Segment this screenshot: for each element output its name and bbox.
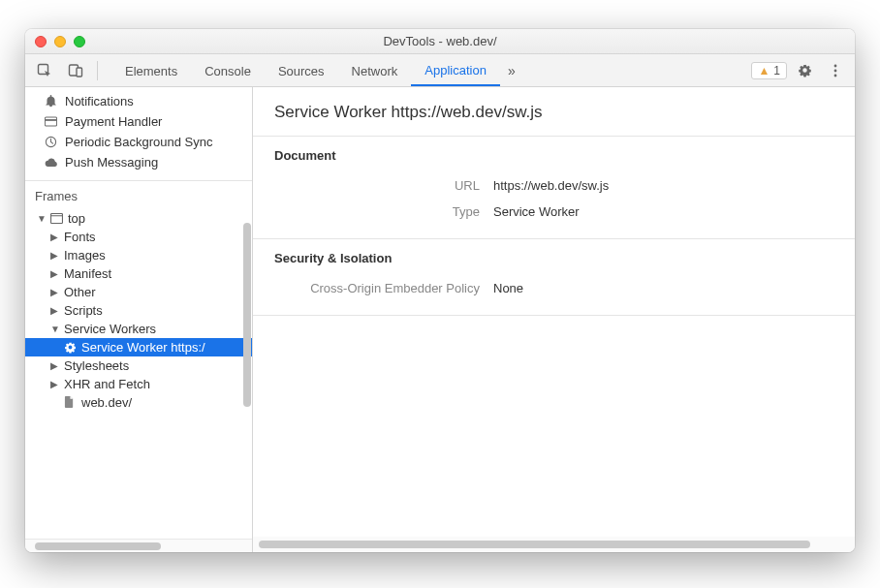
svg-rect-6 (45, 117, 56, 126)
tab-sources[interactable]: Sources (265, 56, 338, 85)
label-type: Type (274, 204, 493, 219)
tab-application[interactable]: Application (411, 55, 500, 86)
svg-rect-9 (51, 213, 63, 223)
svg-point-5 (834, 74, 837, 77)
bell-icon (45, 95, 58, 108)
window-icon (50, 213, 64, 224)
devtools-toolbar: Elements Console Sources Network Applica… (25, 54, 855, 87)
frames-header: Frames (25, 180, 252, 209)
clock-icon (45, 136, 58, 148)
row-type: Type Service Worker (274, 199, 833, 225)
tab-elements[interactable]: Elements (111, 56, 191, 85)
sidebar-scrollbar-thumb[interactable] (243, 223, 251, 407)
divider (97, 61, 98, 80)
row-coep: Cross-Origin Embedder Policy None (274, 275, 833, 301)
cloud-icon (45, 158, 58, 168)
tree-stylesheets[interactable]: ▶Stylesheets (25, 356, 252, 375)
frame-top[interactable]: ▼ top (25, 209, 252, 228)
chevron-right-icon: ▶ (50, 232, 60, 242)
inspect-element-icon[interactable] (31, 58, 58, 83)
application-sidebar: Notifications Payment Handler Periodic B… (25, 87, 253, 552)
svg-rect-7 (45, 119, 56, 121)
label-url: URL (274, 178, 493, 193)
sidebar-item-label: Periodic Background Sync (65, 135, 212, 149)
sidebar-item-label: Notifications (65, 94, 134, 108)
tab-network[interactable]: Network (338, 56, 412, 85)
tree-scripts[interactable]: ▶Scripts (25, 301, 252, 320)
tree-images[interactable]: ▶Images (25, 246, 252, 264)
chevron-right-icon: ▶ (50, 360, 60, 371)
chevron-right-icon: ▶ (50, 379, 60, 389)
kebab-menu-icon[interactable] (822, 58, 849, 83)
sidebar-item-periodic-bg-sync[interactable]: Periodic Background Sync (25, 132, 252, 152)
sidebar-item-notifications[interactable]: Notifications (25, 91, 252, 111)
titlebar: DevTools - web.dev/ (25, 29, 855, 54)
window-title: DevTools - web.dev/ (25, 34, 855, 48)
settings-gear-icon[interactable] (791, 58, 818, 83)
warning-count: 1 (773, 64, 780, 77)
chevron-right-icon: ▶ (50, 268, 60, 279)
panel-body: Notifications Payment Handler Periodic B… (25, 87, 855, 552)
device-mode-icon[interactable] (62, 58, 89, 83)
row-url: URL https://web.dev/sw.js (274, 172, 833, 199)
scrollbar-thumb[interactable] (35, 542, 161, 550)
section-heading: Security & Isolation (274, 251, 833, 265)
chevron-down-icon: ▼ (50, 324, 60, 334)
panel-tabs: Elements Console Sources Network Applica… (111, 55, 523, 86)
sidebar-item-payment-handler[interactable]: Payment Handler (25, 111, 252, 132)
tab-console[interactable]: Console (191, 56, 265, 85)
svg-point-4 (834, 69, 837, 72)
more-tabs-icon[interactable]: » (500, 58, 523, 83)
sidebar-item-push-messaging[interactable]: Push Messaging (25, 152, 252, 172)
document-icon (64, 396, 78, 409)
tree-service-workers[interactable]: ▼Service Workers (25, 320, 252, 338)
svg-point-3 (834, 64, 837, 67)
sidebar-item-label: Push Messaging (65, 155, 158, 170)
sidebar-horizontal-scrollbar[interactable] (25, 539, 252, 552)
tree-service-worker-item[interactable]: Service Worker https:/ (25, 338, 252, 356)
chevron-down-icon: ▼ (37, 213, 47, 224)
tree-other[interactable]: ▶Other (25, 283, 252, 301)
page-title: Service Worker https://web.dev/sw.js (253, 87, 855, 137)
tree-xhr-fetch[interactable]: ▶XHR and Fetch (25, 375, 252, 393)
tree-leaf-webdev[interactable]: web.dev/ (25, 393, 252, 412)
tree-fonts[interactable]: ▶Fonts (25, 228, 252, 246)
sidebar-item-label: Payment Handler (65, 114, 162, 129)
scrollbar-thumb[interactable] (259, 541, 810, 548)
label-coep: Cross-Origin Embedder Policy (274, 281, 493, 295)
warnings-badge[interactable]: ▲ 1 (751, 62, 787, 79)
devtools-window: DevTools - web.dev/ Elements Console Sou… (25, 29, 855, 552)
svg-rect-2 (77, 68, 82, 77)
chevron-right-icon: ▶ (50, 250, 60, 261)
value-url: https://web.dev/sw.js (493, 178, 609, 193)
warning-icon: ▲ (758, 64, 770, 77)
chevron-right-icon: ▶ (50, 287, 60, 297)
chevron-right-icon: ▶ (50, 305, 60, 316)
main-horizontal-scrollbar[interactable] (253, 537, 855, 552)
section-heading: Document (274, 148, 833, 163)
card-icon (45, 116, 58, 127)
value-type: Service Worker (493, 204, 580, 219)
service-worker-label: Service Worker https:/ (81, 340, 205, 355)
value-coep: None (493, 281, 523, 295)
tree-manifest[interactable]: ▶Manifest (25, 264, 252, 283)
section-document: Document URL https://web.dev/sw.js Type … (253, 137, 855, 239)
section-security: Security & Isolation Cross-Origin Embedd… (253, 239, 855, 316)
main-pane: Service Worker https://web.dev/sw.js Doc… (253, 87, 855, 552)
sidebar-group-background-services: Notifications Payment Handler Periodic B… (25, 87, 252, 180)
frame-label: top (68, 211, 85, 226)
gear-icon (64, 341, 78, 354)
